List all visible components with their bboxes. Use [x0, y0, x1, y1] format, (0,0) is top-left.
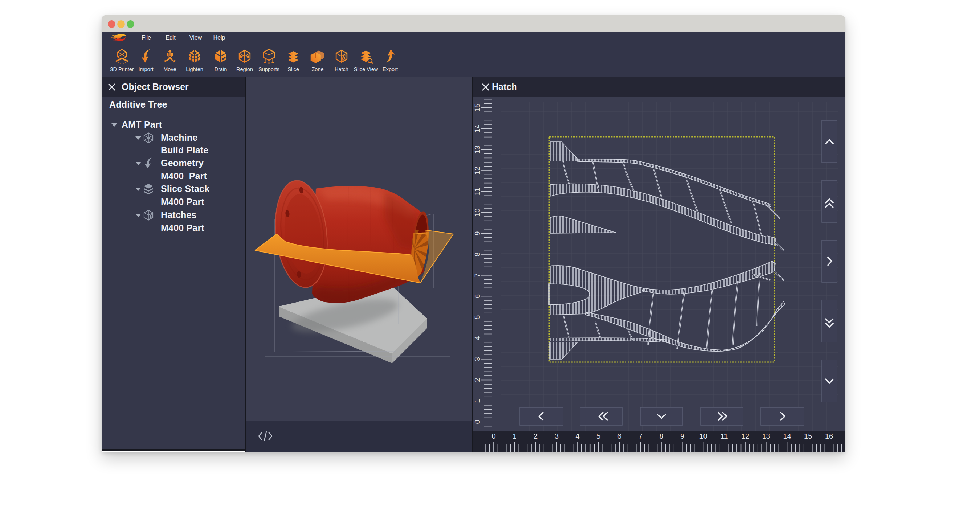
svg-text:0: 0	[492, 432, 495, 440]
svg-text:4: 4	[473, 336, 481, 340]
svg-text:10: 10	[473, 208, 481, 216]
svg-text:13: 13	[473, 146, 481, 154]
svg-text:15: 15	[473, 104, 481, 112]
svg-text:15: 15	[804, 432, 812, 440]
svg-text:9: 9	[680, 432, 684, 440]
svg-text:16: 16	[825, 432, 833, 440]
svg-text:9: 9	[473, 232, 481, 235]
svg-text:3: 3	[555, 432, 558, 440]
svg-text:12: 12	[741, 432, 749, 440]
svg-text:14: 14	[473, 124, 481, 132]
svg-text:7: 7	[473, 273, 481, 277]
svg-text:5: 5	[597, 432, 600, 440]
svg-text:14: 14	[783, 432, 791, 440]
svg-text:6: 6	[473, 294, 481, 298]
svg-text:7: 7	[638, 432, 643, 440]
svg-text:10: 10	[699, 432, 707, 440]
svg-text:2: 2	[533, 432, 538, 440]
svg-text:8: 8	[473, 252, 481, 256]
svg-text:13: 13	[762, 432, 770, 440]
svg-text:12: 12	[473, 167, 481, 175]
svg-text:11: 11	[473, 187, 481, 195]
svg-text:6: 6	[617, 432, 621, 440]
svg-text:5: 5	[473, 315, 481, 319]
svg-text:1: 1	[473, 399, 481, 403]
svg-text:2: 2	[473, 378, 481, 382]
svg-text:4: 4	[575, 432, 579, 440]
svg-text:3: 3	[473, 357, 481, 361]
svg-text:1: 1	[512, 432, 517, 440]
svg-text:11: 11	[721, 432, 728, 440]
svg-text:8: 8	[659, 432, 663, 440]
svg-text:0: 0	[473, 420, 481, 424]
